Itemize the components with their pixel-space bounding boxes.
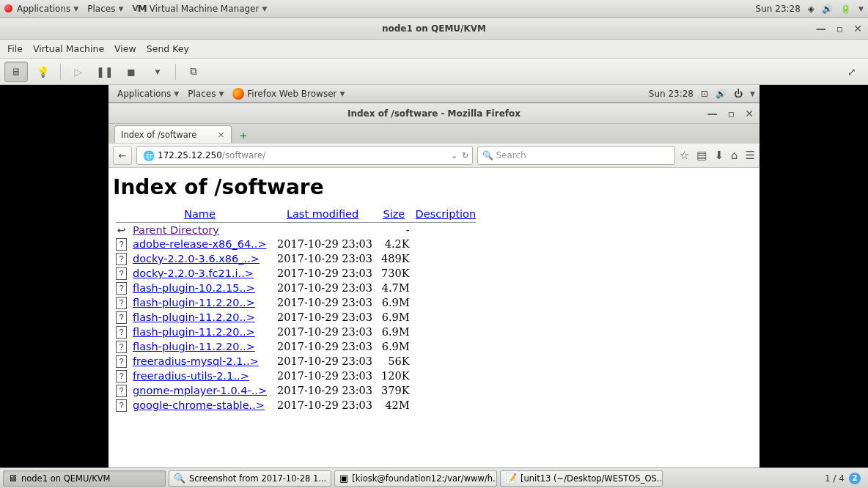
file-size: 4.2K [375, 237, 413, 251]
volume-icon[interactable]: 🔊 [822, 4, 833, 14]
file-link[interactable]: docky-2.2.0-3.fc21.i..> [133, 267, 254, 279]
bookmark-star-icon[interactable]: ☆ [680, 149, 689, 162]
label: Places [87, 4, 115, 14]
file-icon [116, 399, 127, 412]
history-dropdown-icon[interactable]: ⌄ [451, 151, 457, 160]
file-size: 379K [375, 383, 413, 398]
minimize-button[interactable]: — [707, 108, 718, 119]
guest-applications-menu[interactable]: Applications ▼ [113, 89, 183, 99]
file-link[interactable]: freeradius-utils-2.1..> [133, 370, 249, 382]
file-date: 2017-10-29 23:03 [270, 251, 375, 266]
file-icon [116, 355, 127, 368]
file-link[interactable]: google-chrome-stable..> [133, 399, 265, 411]
downloads-icon[interactable]: ⬇ [714, 149, 724, 162]
file-link[interactable]: flash-plugin-11.2.20..> [133, 311, 255, 323]
chevron-down-icon: ▼ [174, 90, 179, 97]
menu-icon[interactable]: ☰ [746, 149, 755, 162]
col-name[interactable]: Name [184, 208, 216, 220]
close-icon[interactable]: × [217, 129, 225, 140]
parent-size: - [375, 223, 413, 237]
menu-view[interactable]: View [114, 43, 136, 54]
chevron-down-icon[interactable]: ▼ [750, 90, 755, 97]
back-button[interactable]: ← [113, 146, 132, 165]
file-link[interactable]: adobe-release-x86_64..> [133, 238, 267, 250]
file-date: 2017-10-29 23:03 [270, 266, 375, 281]
details-button[interactable]: 💡 [31, 62, 54, 82]
url-bar[interactable]: 🌐 172.25.12.250/software/ ⌄↻ [136, 146, 473, 165]
close-button[interactable]: ✕ [853, 23, 862, 34]
file-link[interactable]: freeradius-mysql-2.1..> [133, 355, 259, 367]
host-applications-menu[interactable]: Applications ▼ [12, 4, 83, 14]
guest-clock: Sun 23:28 [649, 89, 694, 99]
file-row: flash-plugin-10.2.15..>2017-10-29 23:034… [113, 281, 479, 295]
taskbar-item-editor[interactable]: 📝[unit13 (~/Desktop/WESTOS_OS... [500, 470, 663, 487]
guest-places-menu[interactable]: Places ▼ [183, 89, 228, 99]
shutdown-button[interactable]: ◼ [119, 62, 143, 82]
file-link[interactable]: flash-plugin-11.2.20..> [133, 341, 255, 352]
shutdown-menu-button[interactable]: ▼ [146, 62, 169, 82]
accessibility-icon[interactable]: ⊡ [701, 89, 708, 99]
volume-icon[interactable]: 🔊 [716, 89, 727, 99]
browser-tab[interactable]: Index of /software × [114, 125, 232, 143]
taskbar-item-screenshot[interactable]: 🔍Screenshot from 2017-10-28 1... [169, 470, 331, 487]
file-link[interactable]: flash-plugin-11.2.20..> [133, 297, 255, 308]
window-title: node1 on QEMU/KVM [382, 23, 486, 34]
col-description[interactable]: Description [416, 208, 477, 220]
back-icon: ↩ [117, 224, 126, 236]
minimize-button[interactable]: — [816, 23, 826, 34]
chevron-down-icon: ▼ [73, 5, 78, 12]
host-tray: Sun 23:28 ◈ 🔊 🔋 ▼ [756, 4, 864, 14]
new-tab-button[interactable]: ＋ [235, 128, 252, 143]
workspace-switcher[interactable]: 1 / 4 2 [820, 473, 865, 484]
maximize-button[interactable]: ▫ [728, 108, 735, 119]
menu-file[interactable]: File [7, 43, 23, 54]
file-icon [116, 370, 127, 382]
host-vmm-menu[interactable]: VM Virtual Machine Manager ▼ [128, 3, 271, 14]
col-modified[interactable]: Last modified [287, 208, 358, 220]
file-row: flash-plugin-11.2.20..>2017-10-29 23:036… [113, 325, 479, 339]
fullscreen-button[interactable]: ⤢ [840, 62, 864, 82]
close-button[interactable]: ✕ [745, 108, 754, 119]
taskbar-item-vmm[interactable]: 🖥node1 on QEMU/KVM [3, 470, 166, 487]
parent-directory-link[interactable]: Parent Directory [133, 224, 219, 236]
redhat-icon [4, 4, 12, 12]
pause-button[interactable]: ❚❚ [93, 62, 117, 82]
power-icon[interactable]: ⏻ [734, 89, 743, 99]
parent-directory-row: ↩ Parent Directory - [113, 223, 479, 237]
home-icon[interactable]: ⌂ [731, 149, 738, 162]
terminal-icon: ▣ [339, 473, 348, 484]
reload-icon[interactable]: ↻ [462, 151, 468, 160]
menu-send-key[interactable]: Send Key [147, 43, 189, 54]
maximize-button[interactable]: ▫ [836, 23, 844, 34]
file-icon [116, 253, 127, 265]
vmm-window: node1 on QEMU/KVM — ▫ ✕ File Virtual Mac… [0, 18, 868, 467]
file-size: 120K [375, 369, 413, 383]
file-date: 2017-10-29 23:03 [270, 339, 375, 354]
console-button[interactable]: 🖥 [4, 62, 28, 82]
bookmarks-list-icon[interactable]: ▤ [696, 149, 707, 162]
file-size: 42M [375, 398, 413, 413]
globe-icon: 🌐 [143, 150, 155, 161]
snapshot-button[interactable]: ⧉ [182, 62, 205, 82]
search-bar[interactable]: 🔍 Search [477, 146, 675, 165]
file-link[interactable]: flash-plugin-10.2.15..> [133, 282, 255, 294]
col-size[interactable]: Size [383, 208, 405, 220]
notification-badge: 2 [849, 473, 861, 484]
toolbar-icons: ☆ ▤ ⬇ ⌂ ☰ [680, 149, 755, 162]
menu-virtual-machine[interactable]: Virtual Machine [33, 43, 104, 54]
file-date: 2017-10-29 23:03 [270, 310, 375, 325]
vmm-menubar: File Virtual Machine View Send Key [0, 40, 868, 59]
file-link[interactable]: docky-2.2.0-3.6.x86_..> [133, 253, 260, 265]
url-host: 172.25.12.250 [158, 150, 222, 160]
file-link[interactable]: flash-plugin-11.2.20..> [133, 326, 255, 338]
run-button[interactable]: ▷ [67, 62, 90, 82]
chevron-down-icon[interactable]: ▼ [858, 5, 864, 12]
page-heading: Index of /software [113, 175, 755, 199]
host-places-menu[interactable]: Places ▼ [83, 4, 128, 14]
file-link[interactable]: gnome-mplayer-1.0.4-..> [133, 385, 267, 396]
battery-icon[interactable]: 🔋 [840, 4, 851, 14]
taskbar-item-terminal-1[interactable]: ▣[kiosk@foundation12:/var/www/h... [334, 470, 497, 487]
workspace-label: 1 / 4 [825, 473, 845, 484]
guest-firefox-menu[interactable]: Firefox Web Browser ▼ [228, 88, 349, 100]
wifi-icon[interactable]: ◈ [808, 4, 814, 14]
